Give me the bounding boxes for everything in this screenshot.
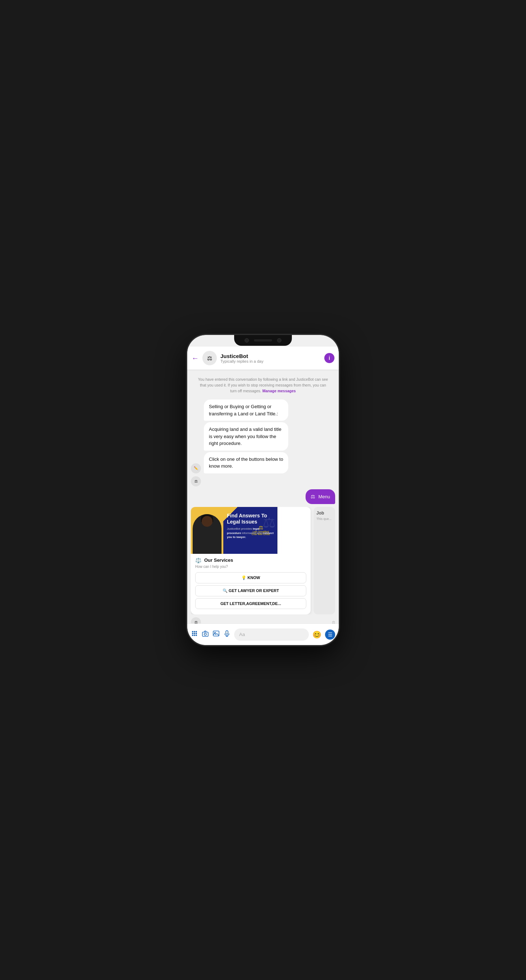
bot-message-1: Selling or Buying or Getting or transfer… — [204, 399, 288, 421]
svg-point-0 — [192, 631, 193, 632]
carousel-inner: ⚖ Find Answers To Legal Issues JusticeBo… — [191, 507, 335, 614]
svg-rect-11 — [213, 631, 219, 636]
info-button[interactable]: i — [324, 353, 335, 363]
card-banner: ⚖ Find Answers To Legal Issues JusticeBo… — [191, 507, 277, 554]
chat-area[interactable]: You have entered this conversation by fo… — [187, 369, 339, 624]
carousel-card-1: ⚖ Find Answers To Legal Issues JusticeBo… — [191, 507, 311, 614]
bot-scales-icon: ✏️ — [194, 466, 198, 470]
camera-icon[interactable] — [202, 630, 209, 639]
carousel-area[interactable]: ⚖ Find Answers To Legal Issues JusticeBo… — [191, 507, 335, 614]
phone-device: ← ⚖ JusticeBot Typically replies in a da… — [187, 335, 339, 645]
chat-header: ← ⚖ JusticeBot Typically replies in a da… — [187, 347, 339, 369]
banner-logo: ⚖ Law Simplified Chat With Linda. — [252, 525, 270, 535]
info-icon: i — [329, 355, 330, 361]
svg-point-3 — [192, 633, 193, 634]
sensor — [277, 338, 281, 342]
speaker — [254, 339, 272, 342]
header-info: JusticeBot Typically replies in a day — [220, 353, 321, 363]
carousel-card-2: Job This que... — [314, 507, 335, 614]
service-sub: How can I help you? — [195, 565, 306, 569]
banner-text: Find Answers To Legal Issues JusticeBot … — [227, 513, 274, 539]
bot-avatar: ⚖ — [202, 351, 217, 365]
bot-avatar-bottom: ⚖ — [191, 617, 201, 624]
menu-button[interactable]: ⚖ Menu — [306, 489, 335, 504]
svg-point-2 — [196, 631, 197, 632]
person-head — [202, 516, 212, 527]
svg-point-7 — [194, 635, 195, 636]
svg-point-10 — [204, 633, 206, 635]
back-button[interactable]: ← — [191, 354, 199, 362]
phone-screen: ← ⚖ JusticeBot Typically replies in a da… — [187, 335, 339, 645]
bot-row: ✏️ Selling or Buying or Getting or trans… — [191, 399, 335, 473]
know-button[interactable]: 💡 KNOW — [195, 572, 306, 583]
service-title: Our Services — [204, 557, 233, 563]
bot-bubbles: Selling or Buying or Getting or transfer… — [204, 399, 316, 473]
mic-icon[interactable] — [223, 630, 231, 639]
front-camera — [245, 338, 249, 342]
get-letter-button[interactable]: GET LETTER,AGREEMENT,DE... — [195, 598, 306, 609]
logo-text: Law Simplified — [252, 530, 270, 533]
bot-avatar-small: ✏️ — [191, 463, 201, 473]
message-input[interactable]: Aa — [234, 628, 309, 641]
manage-messages-link[interactable]: Manage messages — [262, 389, 296, 393]
svg-rect-13 — [226, 631, 228, 634]
svg-point-6 — [192, 635, 193, 636]
scales-icon: ⚖ — [207, 355, 212, 362]
svg-rect-9 — [202, 632, 208, 636]
svg-point-8 — [196, 635, 197, 636]
system-notice: You have entered this conversation by fo… — [197, 377, 329, 394]
grid-icon[interactable] — [191, 630, 198, 639]
notch — [234, 335, 292, 346]
stub-sub: This que... — [316, 517, 332, 521]
bot-avatar-scales: ⚖ — [191, 476, 201, 487]
logo-scales-icon: ⚖ — [252, 525, 270, 530]
svg-point-1 — [194, 631, 195, 632]
menu-scales-icon: ⚖ — [311, 493, 315, 500]
input-bar: Aa 😊 ☰ — [187, 624, 339, 645]
logo-sub: Chat With Linda. — [252, 533, 270, 535]
svg-point-5 — [196, 633, 197, 634]
person-graphic — [191, 511, 223, 554]
input-placeholder: Aa — [239, 632, 245, 637]
bot-message-3: Click on one of the buttons below to kno… — [204, 452, 288, 473]
svg-point-4 — [194, 633, 195, 634]
menu-lines-icon: ☰ — [328, 632, 333, 638]
image-icon[interactable] — [212, 630, 220, 639]
stub-title: Job — [316, 511, 332, 515]
bot-message-2: Acquiring land and a valid land title is… — [204, 422, 288, 451]
bot-name: JusticeBot — [220, 353, 321, 359]
send-menu-button[interactable]: ☰ — [325, 630, 335, 640]
menu-button-row: ⚖ Menu — [191, 489, 335, 504]
menu-label: Menu — [318, 493, 330, 500]
banner-title: Find Answers To Legal Issues — [227, 513, 274, 525]
get-lawyer-button[interactable]: 🔍 GET LAWYER OR EXPERT — [195, 585, 306, 597]
emoji-icon[interactable]: 😊 — [312, 630, 322, 639]
person-body — [193, 514, 222, 554]
bot-message-group: ✏️ Selling or Buying or Getting or trans… — [191, 399, 335, 473]
service-scales-icon: ⚖️ — [195, 557, 201, 563]
bot-status: Typically replies in a day — [220, 359, 321, 363]
service-row: ⚖️ Our Services — [195, 557, 306, 563]
card-body: ⚖️ Our Services How can I help you? 💡 KN… — [191, 554, 311, 614]
